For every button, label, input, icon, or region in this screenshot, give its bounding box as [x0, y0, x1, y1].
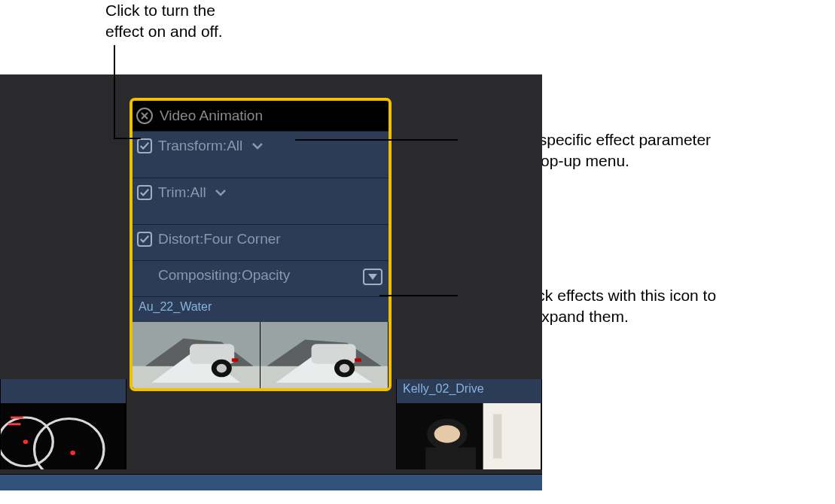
effect-param: Opacity	[242, 267, 290, 283]
chevron-down-icon[interactable]	[215, 188, 227, 197]
svg-rect-8	[483, 403, 541, 469]
svg-rect-0	[1, 403, 125, 469]
svg-rect-5	[11, 417, 23, 419]
svg-rect-11	[425, 448, 476, 469]
svg-point-23	[217, 364, 227, 373]
video-animation-editor: Video Animation Transform:All	[130, 98, 392, 391]
effect-row-distort[interactable]: Distort:Four Corner	[133, 224, 389, 260]
expand-effect-icon[interactable]	[363, 269, 382, 285]
effect-toggle-checkbox[interactable]	[137, 138, 152, 153]
effect-param: All	[190, 184, 206, 200]
clip-thumbnail	[1, 403, 126, 469]
effect-param: All	[227, 138, 242, 153]
clip-label: Au_22_Water	[139, 300, 212, 314]
effect-row-transform[interactable]: Transform:All	[133, 131, 389, 178]
effect-toggle-checkbox[interactable]	[137, 232, 152, 247]
panel-title: Video Animation	[160, 108, 263, 124]
app-dark-region: Kelly_02_Drive	[0, 74, 542, 490]
clip-left-partial[interactable]	[0, 379, 126, 469]
effect-name: Compositing:Opacity	[158, 267, 290, 284]
svg-rect-12	[493, 414, 501, 459]
clip-kelly-drive[interactable]: Kelly_02_Drive	[396, 379, 542, 469]
effect-name: Transform:All	[158, 138, 264, 154]
svg-rect-24	[232, 358, 238, 361]
callout-leader	[114, 45, 115, 138]
svg-marker-16	[368, 274, 377, 280]
svg-point-10	[434, 425, 460, 442]
effect-name: Distort:Four Corner	[158, 231, 281, 247]
svg-rect-21	[190, 344, 234, 363]
effect-row-trim[interactable]: Trim:All	[133, 178, 389, 224]
callout-leader	[114, 138, 141, 139]
clip-thumbnail	[261, 322, 389, 388]
chevron-down-icon[interactable]	[251, 141, 264, 150]
timeline-strip	[0, 474, 542, 490]
clip-thumbnail	[397, 403, 541, 469]
effect-param: Four Corner	[203, 231, 280, 247]
clip-thumbnail	[133, 322, 261, 388]
effect-name-text: Trim:	[158, 184, 190, 200]
clip-label: Kelly_02_Drive	[403, 382, 484, 396]
callout-top: Click to turn the effect on and off.	[105, 0, 256, 43]
svg-rect-6	[8, 423, 21, 425]
effect-toggle-checkbox[interactable]	[137, 185, 152, 200]
effect-name: Trim:All	[158, 184, 227, 201]
svg-point-31	[340, 364, 350, 373]
clip-au-water[interactable]: Au_22_Water	[133, 296, 389, 388]
timeline[interactable]: Kelly_02_Drive	[0, 379, 542, 469]
effect-name-text: Compositing:	[158, 267, 242, 283]
callout-leader	[295, 139, 458, 141]
effect-name-text: Distort:	[158, 231, 203, 247]
svg-rect-32	[355, 358, 361, 361]
svg-point-3	[23, 439, 29, 444]
svg-point-4	[70, 451, 75, 455]
callout-leader	[379, 295, 458, 296]
effect-name-text: Transform:	[158, 138, 227, 153]
close-icon[interactable]	[136, 107, 154, 125]
effect-row-compositing[interactable]: Compositing:Opacity	[133, 260, 389, 296]
video-animation-header: Video Animation	[133, 101, 389, 131]
